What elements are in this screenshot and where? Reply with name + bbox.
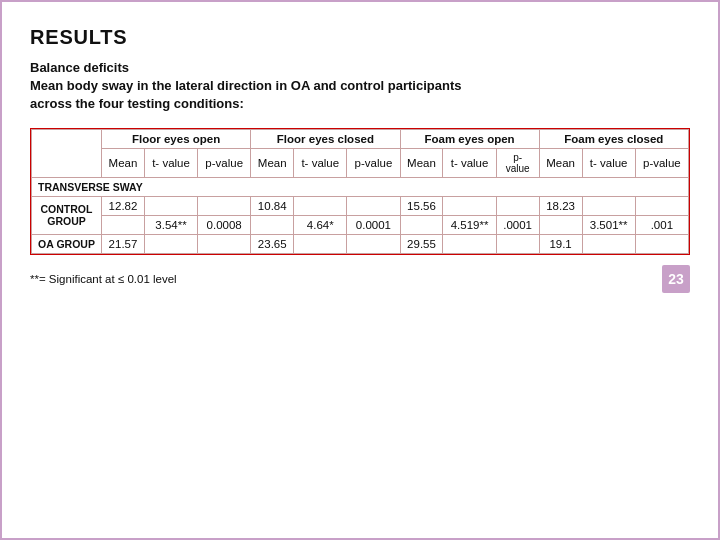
oa-pval-feo <box>198 234 251 253</box>
control-mean-feo: 12.82 <box>102 196 145 215</box>
slide-page: Results Balance deficits Mean body sway … <box>0 0 720 540</box>
transverse-sway-row: TRANSVERSE SWAY <box>32 177 689 196</box>
oa-mean-fec: 23.65 <box>251 234 294 253</box>
col-group-header-row: Floor eyes open Floor eyes closed Foam e… <box>32 129 689 148</box>
sub-col-mean-foec: Mean <box>539 148 582 177</box>
control-tval-foec <box>582 196 635 215</box>
sub-col-tval-fec: t- value <box>294 148 347 177</box>
col-foam-eyes-open: Foam eyes open <box>400 129 539 148</box>
sub-col-tval-foeo: t- value <box>443 148 496 177</box>
subtitle: Balance deficits Mean body sway in the l… <box>30 59 690 114</box>
row2-mean-fec <box>251 215 294 234</box>
row2-tval-foec: 3.501** <box>582 215 635 234</box>
page-title: Results <box>30 26 690 49</box>
sub-col-tval-feo: t- value <box>144 148 197 177</box>
control-group-row1: CONTROLGROUP 12.82 10.84 15.56 18.23 <box>32 196 689 215</box>
row2-mean-foeo <box>400 215 443 234</box>
row2-mean-feo <box>102 215 145 234</box>
row2-pval-feo: 0.0008 <box>198 215 251 234</box>
sub-col-tval-foec: t- value <box>582 148 635 177</box>
oa-mean-foec: 19.1 <box>539 234 582 253</box>
control-mean-fec: 10.84 <box>251 196 294 215</box>
page-number: 23 <box>662 265 690 293</box>
transverse-sway-label: TRANSVERSE SWAY <box>32 177 689 196</box>
sub-col-mean-foeo: Mean <box>400 148 443 177</box>
sub-col-pval-foec: p-value <box>635 148 688 177</box>
col-floor-eyes-open: Floor eyes open <box>102 129 251 148</box>
row2-tval-feo: 3.54** <box>144 215 197 234</box>
oa-pval-foeo <box>496 234 539 253</box>
results-table: Floor eyes open Floor eyes closed Foam e… <box>31 129 689 254</box>
col-foam-eyes-closed: Foam eyes closed <box>539 129 688 148</box>
control-pval-foec <box>635 196 688 215</box>
oa-group-row: OA GROUP 21.57 23.65 29.55 19.1 <box>32 234 689 253</box>
sub-col-pval-feo: p-value <box>198 148 251 177</box>
oa-group-label: OA GROUP <box>32 234 102 253</box>
footnote: **= Significant at ≤ 0.01 level <box>30 273 177 285</box>
oa-mean-foeo: 29.55 <box>400 234 443 253</box>
control-group-label: CONTROLGROUP <box>32 196 102 234</box>
row2-tval-foeo: 4.519** <box>443 215 496 234</box>
control-pval-foeo <box>496 196 539 215</box>
oa-tval-foeo <box>443 234 496 253</box>
top-left-empty <box>32 129 102 177</box>
oa-pval-fec <box>347 234 400 253</box>
oa-tval-feo <box>144 234 197 253</box>
control-mean-foeo: 15.56 <box>400 196 443 215</box>
sub-col-mean-fec: Mean <box>251 148 294 177</box>
results-table-wrap: Floor eyes open Floor eyes closed Foam e… <box>30 128 690 255</box>
sub-col-pval-fec: p-value <box>347 148 400 177</box>
control-tval-foeo <box>443 196 496 215</box>
sub-col-mean-feo: Mean <box>102 148 145 177</box>
sub-col-pval-foeo: p-value <box>496 148 539 177</box>
row2-pval-fec: 0.0001 <box>347 215 400 234</box>
sub-col-header-row: Mean t- value p-value Mean t- value p-va… <box>32 148 689 177</box>
col-floor-eyes-closed: Floor eyes closed <box>251 129 400 148</box>
row2-pval-foeo: .0001 <box>496 215 539 234</box>
control-group-row2: 3.54** 0.0008 4.64* 0.0001 4.519** .0001… <box>32 215 689 234</box>
row2-pval-foec: .001 <box>635 215 688 234</box>
oa-tval-fec <box>294 234 347 253</box>
oa-tval-foec <box>582 234 635 253</box>
oa-mean-feo: 21.57 <box>102 234 145 253</box>
control-mean-foec: 18.23 <box>539 196 582 215</box>
row2-tval-fec: 4.64* <box>294 215 347 234</box>
oa-pval-foec <box>635 234 688 253</box>
control-pval-feo <box>198 196 251 215</box>
control-tval-fec <box>294 196 347 215</box>
row2-mean-foec <box>539 215 582 234</box>
control-tval-feo <box>144 196 197 215</box>
footer: **= Significant at ≤ 0.01 level 23 <box>30 265 690 293</box>
control-pval-fec <box>347 196 400 215</box>
